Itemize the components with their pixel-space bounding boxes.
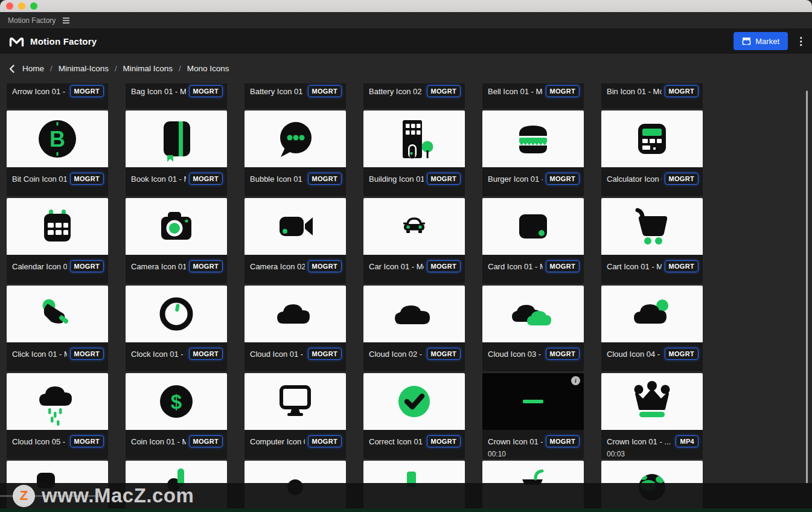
template-name: Card Icon 01 - M... <box>488 262 543 271</box>
template-meta-row: Building Icon 01 ...MOGRT <box>363 169 465 188</box>
format-badge: MOGRT <box>546 348 580 360</box>
template-thumbnail <box>7 198 108 255</box>
template-card[interactable]: Car Icon 01 - Mo...MOGRT <box>363 198 465 284</box>
template-meta-row: Card Icon 01 - M...MOGRT <box>482 257 584 276</box>
template-name: Building Icon 01 ... <box>369 174 424 184</box>
format-badge: MOGRT <box>546 173 580 185</box>
template-name: Bit Coin Icon 01 -... <box>12 174 67 184</box>
template-name: Cloud Icon 01 - ... <box>250 350 305 359</box>
market-button-label: Market <box>755 37 779 46</box>
template-thumbnail: B <box>7 110 108 167</box>
template-name: Burger Icon 01 - ... <box>488 174 543 184</box>
template-meta-row: Battery Icon 01 ...MOGRT <box>245 83 346 101</box>
template-name: Click Icon 01 - M... <box>12 350 67 359</box>
format-badge: MOGRT <box>308 348 342 360</box>
template-name: Correct Icon 01 - ... <box>369 437 424 446</box>
template-name: Clock Icon 01 - M... <box>131 350 186 359</box>
template-meta-row: Correct Icon 01 - ...MOGRT <box>363 432 465 451</box>
template-meta-row: Crown Icon 01 - ...MP4 <box>601 432 703 451</box>
template-card[interactable]: Arrow Icon 01 - ...MOGRT <box>7 83 108 109</box>
format-badge: MOGRT <box>427 435 461 447</box>
format-badge: MOGRT <box>189 260 223 272</box>
template-card[interactable]: $Coin Icon 01 - M...MOGRT <box>126 373 227 459</box>
format-badge: MP4 <box>676 435 699 447</box>
format-badge: MOGRT <box>546 260 580 272</box>
template-card[interactable]: Bell Icon 01 - Mo...MOGRT <box>482 83 584 109</box>
template-meta-row: Computer Icon 0...MOGRT <box>245 432 346 451</box>
template-card[interactable]: B Bit Coin Icon 01 -...MOGRT <box>7 110 108 196</box>
template-grid: Arrow Icon 01 - ...MOGRTBag Icon 01 - Mo… <box>7 83 703 512</box>
format-badge: MOGRT <box>665 85 699 97</box>
template-card[interactable]: Calculator Icon 0...MOGRT <box>601 110 703 196</box>
template-name: Cloud Icon 04 - ... <box>607 350 662 359</box>
template-thumbnail: $ <box>126 373 227 430</box>
breadcrumb-item-mono-icons[interactable]: Mono Icons <box>187 64 229 73</box>
template-meta-row: Bubble Icon 01 - ...MOGRT <box>245 169 346 188</box>
template-name: Cloud Icon 03 - ... <box>488 350 543 359</box>
minimize-window-button[interactable] <box>18 2 25 10</box>
hamburger-icon[interactable] <box>63 18 69 24</box>
template-card[interactable]: Cloud Icon 01 - ...MOGRT <box>245 286 346 371</box>
zoom-window-button[interactable] <box>30 2 37 10</box>
template-card[interactable]: Crown Icon 01 - I...MOGRT00:10i <box>482 373 584 459</box>
template-meta-row: Crown Icon 01 - I...MOGRT <box>482 432 584 451</box>
template-card[interactable]: Building Icon 01 ...MOGRT <box>363 110 465 196</box>
template-card[interactable]: Cloud Icon 02 - ...MOGRT <box>363 286 465 371</box>
storefront-icon <box>742 37 751 45</box>
template-name: Bubble Icon 01 - ... <box>250 174 305 184</box>
duration-label: 00:03 <box>607 450 625 458</box>
template-meta-row: Bell Icon 01 - Mo...MOGRT <box>482 83 584 101</box>
template-card[interactable]: Camera Icon 02 -...MOGRT <box>245 198 346 284</box>
template-thumbnail <box>245 286 346 342</box>
template-name: Calendar Icon 01... <box>12 262 67 271</box>
template-card[interactable]: Correct Icon 01 - ...MOGRT <box>363 373 465 459</box>
vertical-scrollbar[interactable] <box>806 91 808 484</box>
breadcrumb-separator: / <box>115 64 117 73</box>
template-thumbnail <box>7 286 108 342</box>
svg-text:B: B <box>50 127 65 152</box>
template-card[interactable]: Battery Icon 02 - ...MOGRT <box>363 83 465 109</box>
market-button[interactable]: Market <box>734 32 788 50</box>
breadcrumb-item-minimal-icons-pack[interactable]: Minimal-Icons <box>59 64 109 73</box>
app-tab-bar: Motion Factory <box>0 12 812 28</box>
template-card[interactable]: Bin Icon 01 - MonoMOGRT <box>601 83 703 109</box>
format-badge: MOGRT <box>189 435 223 447</box>
template-card[interactable]: Cloud Icon 05 - ...MOGRT <box>7 373 108 459</box>
breadcrumb-item-minimal-icons[interactable]: Minimal Icons <box>123 64 173 73</box>
kebab-menu-icon[interactable]: ⋮ <box>796 36 804 46</box>
template-card[interactable]: Crown Icon 01 - ...MP400:03 <box>601 373 703 459</box>
info-icon[interactable]: i <box>571 376 580 385</box>
svg-text:$: $ <box>171 391 182 413</box>
template-name: Cloud Icon 02 - ... <box>369 350 424 359</box>
template-meta-row: Camera Icon 02 -...MOGRT <box>245 257 346 276</box>
template-card[interactable]: Cart Icon 01 - Mo...MOGRT <box>601 198 703 284</box>
template-meta-row: Burger Icon 01 - ...MOGRT <box>482 169 584 188</box>
template-card[interactable]: Battery Icon 01 ...MOGRT <box>245 83 346 109</box>
template-thumbnail <box>245 110 346 167</box>
template-thumbnail <box>363 110 465 167</box>
template-card[interactable]: Burger Icon 01 - ...MOGRT <box>482 110 584 196</box>
template-card[interactable]: Bag Icon 01 - Mo...MOGRT <box>126 83 227 109</box>
template-card[interactable]: Computer Icon 0...MOGRT <box>245 373 346 459</box>
template-name: Battery Icon 02 - ... <box>369 87 424 96</box>
template-meta-row: Cloud Icon 01 - ...MOGRT <box>245 344 346 363</box>
template-card[interactable]: Book Icon 01 - M...MOGRT <box>126 110 227 196</box>
template-card[interactable]: Cloud Icon 04 - ...MOGRT <box>601 286 703 371</box>
template-card[interactable]: Click Icon 01 - M...MOGRT <box>7 286 108 371</box>
app-header: Motion Factory Market ⋮ <box>0 28 812 54</box>
template-card[interactable]: Card Icon 01 - M...MOGRT <box>482 198 584 284</box>
breadcrumb-item-home[interactable]: Home <box>22 64 44 73</box>
template-card[interactable]: Calendar Icon 01...MOGRT <box>7 198 108 284</box>
template-card[interactable]: Bubble Icon 01 - ...MOGRT <box>245 110 346 196</box>
template-card[interactable]: Camera Icon 01 -...MOGRT <box>126 198 227 284</box>
template-card[interactable]: Cloud Icon 03 - ...MOGRT <box>482 286 584 371</box>
template-thumbnail <box>7 373 108 430</box>
template-name: Camera Icon 02 -... <box>250 262 305 271</box>
template-name: Camera Icon 01 -... <box>131 262 186 271</box>
template-meta-row: Bit Coin Icon 01 -...MOGRT <box>7 169 108 188</box>
template-card[interactable]: Clock Icon 01 - M...MOGRT <box>126 286 227 371</box>
close-window-button[interactable] <box>6 2 13 10</box>
format-badge: MOGRT <box>70 173 104 185</box>
back-chevron-icon[interactable] <box>9 65 14 73</box>
template-meta-row: Cloud Icon 05 - ...MOGRT <box>7 432 108 451</box>
